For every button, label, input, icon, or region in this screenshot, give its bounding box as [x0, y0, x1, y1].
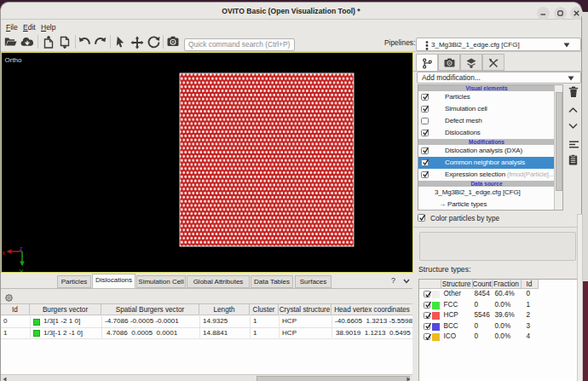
svg-text:z: z [20, 245, 23, 251]
svg-text:y: y [20, 267, 23, 273]
svg-text:x: x [2, 249, 5, 257]
